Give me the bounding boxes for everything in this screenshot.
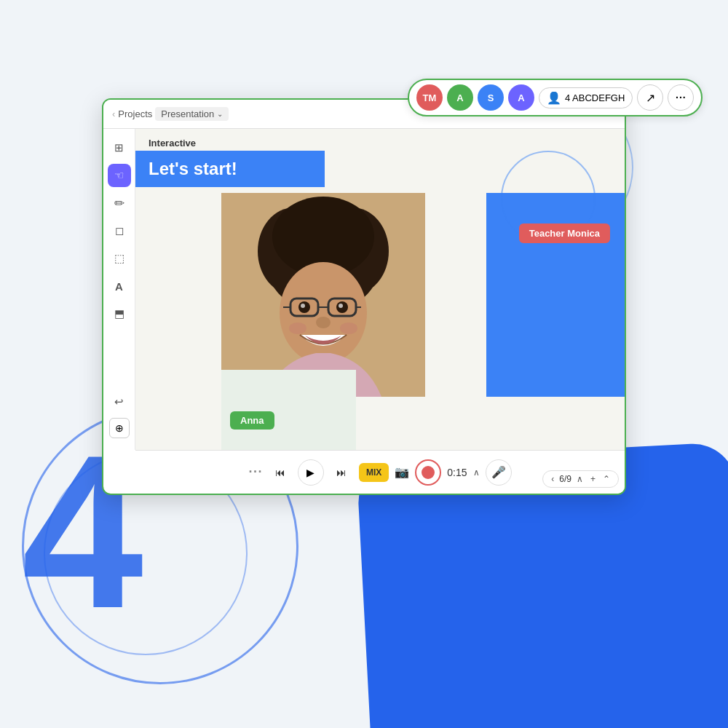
breadcrumb-projects[interactable]: Projects [118, 108, 152, 119]
teacher-monica-label: Teacher Monica [519, 223, 610, 243]
anna-label: Anna [230, 411, 274, 430]
layers-icon: ⊞ [114, 141, 124, 154]
participants-bar: TM A S A 👤 4 ABCDEFGH ↗ ··· [408, 79, 703, 116]
pen-icon: ✏ [114, 196, 124, 211]
eraser-tool-button[interactable]: ◻ [108, 219, 131, 242]
eraser-icon: ◻ [115, 224, 124, 237]
slide-nav: ‹ 6/9 ∧ + ⌃ [542, 470, 619, 488]
layers-tool-button[interactable]: ⊞ [108, 136, 131, 159]
rewind-button[interactable]: ⏮ [269, 461, 292, 484]
camera-button[interactable]: 📷 [395, 465, 409, 479]
content-area: ⊞ ☜ ✏ ◻ ⬚ A ⬒ ↩ ⊕ [103, 129, 625, 450]
more-playback-icon[interactable]: ··· [248, 464, 263, 480]
pointer-icon: ☜ [114, 169, 124, 182]
green-panel [221, 370, 356, 450]
slide-heading: Let's start! [149, 159, 237, 179]
play-icon: ▶ [306, 467, 314, 478]
microphone-button[interactable]: 🎤 [486, 459, 512, 486]
forward-button[interactable]: ⏭ [330, 461, 353, 484]
pointer-tool-button[interactable]: ☜ [108, 164, 131, 187]
slide-prev-button[interactable]: ‹ [549, 473, 556, 485]
toolbar: ⊞ ☜ ✏ ◻ ⬚ A ⬒ ↩ ⊕ [103, 129, 135, 450]
slide-title: Interactive [149, 138, 196, 149]
person-add-icon: 👤 [547, 91, 561, 105]
shape-tool-button[interactable]: ⬚ [108, 247, 131, 270]
share-button[interactable]: ↗ [637, 84, 663, 111]
mic-icon: 🎤 [491, 465, 506, 479]
more-dots-icon: ··· [676, 92, 687, 103]
breadcrumb-presentation-label: Presentation [161, 108, 214, 119]
avatar-a2[interactable]: A [508, 84, 534, 111]
slide-add-button[interactable]: + [588, 473, 598, 485]
select-icon: ⬒ [114, 307, 124, 320]
video-block [221, 193, 425, 397]
avatar-tm[interactable]: TM [416, 84, 443, 111]
select-tool-button[interactable]: ⬒ [108, 302, 131, 325]
slide-expand-button[interactable]: ⌃ [601, 473, 612, 485]
main-window: ‹ Projects Presentation ⌄ ⊞ ☜ ✏ ◻ ⬚ [102, 98, 626, 495]
record-dot [422, 466, 435, 479]
timer-expand-icon[interactable]: ∧ [473, 467, 480, 478]
undo-icon: ↩ [114, 395, 124, 408]
forward-icon: ⏭ [336, 467, 347, 478]
mix-button[interactable]: MIX [359, 463, 389, 482]
shape-icon: ⬚ [114, 252, 124, 265]
breadcrumb: ‹ Projects Presentation ⌄ [112, 107, 229, 121]
pen-tool-button[interactable]: ✏ [108, 191, 131, 215]
play-button[interactable]: ▶ [298, 459, 324, 486]
slide-area: Interactive Let's start! [135, 129, 625, 450]
breadcrumb-chevron: ‹ [112, 108, 115, 119]
slide-current: 6/9 [559, 474, 571, 484]
video-person [221, 193, 425, 397]
avatar-s1[interactable]: S [478, 84, 504, 111]
zoom-icon: ⊕ [115, 422, 124, 434]
text-icon: A [115, 280, 123, 293]
svg-point-15 [316, 317, 331, 328]
timer-display: 0:15 [447, 467, 467, 478]
svg-point-13 [301, 304, 305, 308]
breadcrumb-presentation[interactable]: Presentation ⌄ [155, 107, 229, 121]
svg-point-16 [289, 323, 306, 334]
avatar-a1[interactable]: A [447, 84, 473, 111]
svg-point-17 [340, 323, 357, 334]
participants-count-label: 4 ABCDEFGH [565, 92, 625, 103]
record-button[interactable] [415, 459, 441, 486]
slide-heading-bar: Let's start! [135, 151, 325, 187]
participants-count-button[interactable]: 👤 4 ABCDEFGH [539, 87, 633, 108]
rewind-icon: ⏮ [275, 467, 285, 478]
person-avatar [221, 193, 425, 397]
more-options-button[interactable]: ··· [668, 84, 694, 111]
svg-point-14 [339, 304, 343, 308]
text-tool-button[interactable]: A [108, 274, 131, 298]
zoom-button[interactable]: ⊕ [109, 418, 130, 438]
slide-chevron-button[interactable]: ∧ [574, 473, 585, 485]
share-icon: ↗ [646, 91, 655, 105]
svg-point-5 [280, 262, 367, 364]
chevron-down-icon: ⌄ [217, 110, 223, 118]
undo-button[interactable]: ↩ [108, 390, 131, 414]
